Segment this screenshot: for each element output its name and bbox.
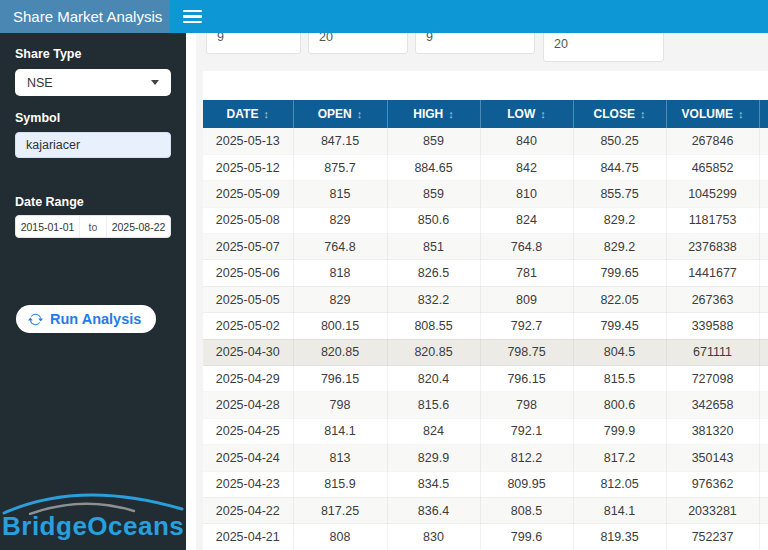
share-type-label: Share Type [15,47,171,61]
table-cell: 798.75 [480,339,573,365]
table-cell: 847.15 [293,128,387,154]
logo-text: BridgeOceans [2,511,186,542]
table-cell: 1441677 [666,260,759,286]
table-row[interactable]: 2025-05-08829850.6824829.21181753 [203,207,768,233]
table-row[interactable]: 2025-04-22817.25836.4808.5814.12033281 [203,497,768,523]
table-cell: 800.6 [573,392,666,418]
table-cell: 815.6 [387,392,480,418]
table-cell: 798 [480,392,573,418]
symbol-input[interactable] [15,132,171,158]
table-cell: 799.45 [573,313,666,339]
table-cell: 796.15 [293,366,387,392]
app-header: Share Market Analysis [0,0,768,33]
table-cell: 829.9 [387,445,480,471]
table-cell: 829 [293,286,387,312]
table-cell: 799.9 [573,418,666,444]
table-cell: 826.5 [387,260,480,286]
table-cell: 815.9 [293,471,387,497]
table-cell: 2025-05-02 [203,313,293,339]
table-cell [759,234,768,260]
table-cell: 809 [480,286,573,312]
table-row[interactable]: 2025-04-28798815.6798800.6342658 [203,392,768,418]
table-row[interactable]: 2025-05-06818826.5781799.651441677 [203,260,768,286]
table-cell: 381320 [666,418,759,444]
table-row[interactable]: 2025-04-24813829.9812.2817.2350143 [203,445,768,471]
date-range-separator: to [79,216,107,237]
symbol-label: Symbol [15,111,171,125]
table-cell [759,339,768,365]
table-cell: 819.35 [573,524,666,550]
table-row[interactable]: 2025-05-12875.7884.65842844.75465852 [203,154,768,180]
table-cell: 798 [293,392,387,418]
table-cell [759,207,768,233]
table-cell [759,366,768,392]
column-header-high[interactable]: HIGH↕ [387,100,480,128]
results-table-card: DATE↕OPEN↕HIGH↕LOW↕CLOSE↕VOLUME↕ 2025-05… [203,71,768,550]
share-type-select[interactable]: NSE [15,69,171,96]
table-cell [759,445,768,471]
table-body: 2025-05-13847.15859840850.252678462025-0… [203,128,768,550]
table-cell: 820.4 [387,366,480,392]
date-to-input[interactable] [107,216,170,237]
table-row[interactable]: 2025-04-29796.15820.4796.15815.5727098 [203,366,768,392]
table-cell: 829.2 [573,234,666,260]
table-cell: 818 [293,260,387,286]
table-row[interactable]: 2025-05-02800.15808.55792.7799.45339588 [203,313,768,339]
table-row[interactable]: 2025-04-30820.85820.85798.75804.5671111 [203,339,768,365]
table-cell: 1181753 [666,207,759,233]
table-cell: 842 [480,154,573,180]
table-cell: 342658 [666,392,759,418]
chevron-down-icon [151,80,159,85]
sort-icon: ↕ [738,108,744,120]
column-header-close[interactable]: CLOSE↕ [573,100,666,128]
column-header-volume[interactable]: VOLUME↕ [666,100,759,128]
table-cell: 808.5 [480,497,573,523]
table-row[interactable]: 2025-05-05829832.2809822.05267363 [203,286,768,312]
column-header-date[interactable]: DATE↕ [203,100,293,128]
stock-data-table: DATE↕OPEN↕HIGH↕LOW↕CLOSE↕VOLUME↕ 2025-05… [203,100,768,550]
table-cell: 814.1 [573,497,666,523]
table-cell: 465852 [666,154,759,180]
table-row[interactable]: 2025-04-21808830799.6819.35752237 [203,524,768,550]
table-cell: 2025-04-25 [203,418,293,444]
menu-toggle-button[interactable] [177,4,207,30]
table-cell: 814.1 [293,418,387,444]
table-cell: 267846 [666,128,759,154]
table-cell: 817.25 [293,497,387,523]
table-cell: 812.2 [480,445,573,471]
table-cell: 2025-05-07 [203,234,293,260]
table-cell: 2025-04-24 [203,445,293,471]
table-cell: 792.7 [480,313,573,339]
column-header-low[interactable]: LOW↕ [480,100,573,128]
table-cell: 884.65 [387,154,480,180]
table-header-row: DATE↕OPEN↕HIGH↕LOW↕CLOSE↕VOLUME↕ [203,100,768,128]
table-cell: 815 [293,181,387,207]
table-cell: 813 [293,445,387,471]
column-label: LOW [507,107,535,121]
date-from-input[interactable] [16,216,79,237]
table-row[interactable]: 2025-04-23815.9834.5809.95812.05976362 [203,471,768,497]
date-range-group: to [15,215,171,238]
run-analysis-label: Run Analysis [50,311,141,327]
table-row[interactable]: 2025-05-07764.8851764.8829.22376838 [203,234,768,260]
share-type-value: NSE [27,76,53,90]
table-cell: 810 [480,181,573,207]
column-label: OPEN [318,107,352,121]
refresh-icon [28,312,43,327]
run-analysis-button[interactable]: Run Analysis [16,305,156,333]
table-cell: 752237 [666,524,759,550]
table-cell: 820.85 [293,339,387,365]
table-cell: 850.25 [573,128,666,154]
table-row[interactable]: 2025-04-25814.1824792.1799.9381320 [203,418,768,444]
table-cell: 2025-05-08 [203,207,293,233]
table-cell [759,260,768,286]
table-row[interactable]: 2025-05-13847.15859840850.25267846 [203,128,768,154]
table-cell [759,497,768,523]
table-row[interactable]: 2025-05-09815859810855.751045299 [203,181,768,207]
table-cell [759,524,768,550]
table-cell: 817.2 [573,445,666,471]
table-cell: 2025-04-23 [203,471,293,497]
column-label: DATE [227,107,259,121]
column-header-open[interactable]: OPEN↕ [293,100,387,128]
table-cell: 812.05 [573,471,666,497]
